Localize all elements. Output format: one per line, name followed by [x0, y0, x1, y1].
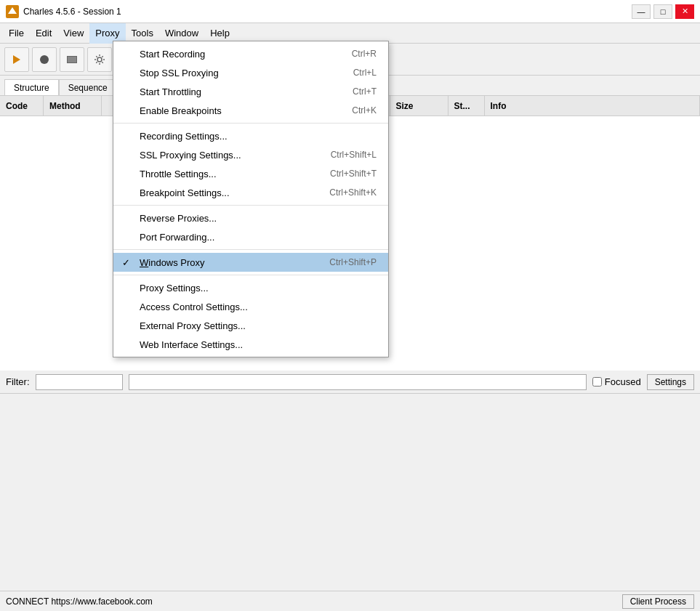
- client-process-button[interactable]: Client Process: [622, 594, 694, 609]
- svg-marker-0: [8, 7, 17, 14]
- title-text: Charles 4.5.6 - Session 1: [23, 7, 632, 17]
- menu-external-proxy-settings[interactable]: External Proxy Settings...: [113, 316, 388, 335]
- menu-edit[interactable]: Edit: [30, 23, 57, 44]
- menu-start-recording-label: Start Recording: [140, 49, 205, 60]
- column-header-info: Info: [485, 96, 701, 116]
- separator-1: [113, 123, 388, 124]
- status-bar: CONNECT https://www.facebook.com Client …: [0, 591, 700, 611]
- menu-reverse-proxies[interactable]: Reverse Proxies...: [113, 209, 388, 227]
- menu-port-forwarding[interactable]: Port Forwarding...: [113, 227, 388, 246]
- menu-recording-settings[interactable]: Recording Settings...: [113, 126, 388, 145]
- menu-throttle-settings-label: Throttle Settings...: [140, 169, 217, 179]
- menu-ssl-proxying-shortcut: Ctrl+Shift+L: [331, 150, 377, 160]
- status-bar-right: Client Process: [622, 594, 694, 609]
- menu-access-control-label: Access Control Settings...: [140, 302, 248, 312]
- status-text: CONNECT https://www.facebook.com: [6, 596, 153, 607]
- app-icon: [6, 5, 19, 18]
- menu-throttle-settings-shortcut: Ctrl+Shift+T: [330, 169, 377, 179]
- menu-external-proxy-label: External Proxy Settings...: [140, 320, 246, 331]
- separator-3: [113, 249, 388, 250]
- menu-port-forwarding-label: Port Forwarding...: [140, 232, 214, 243]
- filter-settings-button[interactable]: Settings: [647, 374, 694, 390]
- column-header-size: Size: [390, 96, 448, 116]
- menu-windows-proxy-shortcut: Ctrl+Shift+P: [329, 257, 377, 267]
- menu-stop-ssl-proxying[interactable]: Stop SSL Proxying Ctrl+L: [113, 63, 388, 82]
- minimize-button[interactable]: —: [632, 4, 651, 19]
- focused-checkbox[interactable]: [592, 377, 602, 387]
- filter-label: Filter:: [6, 376, 30, 387]
- menu-start-recording[interactable]: Start Recording Ctrl+R: [113, 44, 388, 63]
- check-icon: ✓: [122, 257, 130, 268]
- settings-toolbar-button[interactable]: [87, 47, 112, 72]
- menu-breakpoint-settings-shortcut: Ctrl+Shift+K: [329, 187, 377, 198]
- record-button[interactable]: [4, 47, 29, 72]
- column-header-status: St...: [448, 96, 485, 116]
- menu-enable-breakpoints[interactable]: Enable Breakpoints Ctrl+K: [113, 101, 388, 120]
- menu-enable-breakpoints-label: Enable Breakpoints: [140, 105, 222, 116]
- menu-web-interface-label: Web Interface Settings...: [140, 339, 243, 350]
- filter-wide-input[interactable]: [129, 374, 587, 390]
- menu-windows-proxy[interactable]: ✓ Windows Proxy Ctrl+Shift+P: [113, 253, 388, 272]
- image-button[interactable]: [60, 47, 84, 72]
- menu-access-control-settings[interactable]: Access Control Settings...: [113, 297, 388, 316]
- tab-structure[interactable]: Structure: [4, 79, 59, 95]
- menu-breakpoint-settings-label: Breakpoint Settings...: [140, 187, 230, 198]
- menu-start-recording-shortcut: Ctrl+R: [352, 49, 377, 59]
- stop-button[interactable]: [32, 47, 57, 72]
- menu-windows-proxy-label: Windows Proxy: [140, 257, 205, 268]
- menu-throttle-settings[interactable]: Throttle Settings... Ctrl+Shift+T: [113, 164, 388, 183]
- menu-start-throttling-shortcut: Ctrl+T: [353, 86, 377, 97]
- menu-ssl-proxying-settings-label: SSL Proxying Settings...: [140, 150, 241, 161]
- menu-breakpoint-settings[interactable]: Breakpoint Settings... Ctrl+Shift+K: [113, 183, 388, 202]
- menu-start-throttling-label: Start Throttling: [140, 86, 201, 97]
- window-controls: — □ ✕: [632, 4, 694, 19]
- menu-start-throttling[interactable]: Start Throttling Ctrl+T: [113, 82, 388, 101]
- focused-checkbox-group: Focused: [592, 376, 641, 387]
- menu-file[interactable]: File: [3, 23, 30, 44]
- title-bar: Charles 4.5.6 - Session 1 — □ ✕: [0, 0, 700, 23]
- column-header-code: Code: [0, 96, 44, 116]
- menu-recording-settings-label: Recording Settings...: [140, 131, 228, 142]
- tab-sequence[interactable]: Sequence: [59, 79, 117, 95]
- menu-view[interactable]: View: [57, 23, 89, 44]
- separator-4: [113, 275, 388, 275]
- menu-enable-breakpoints-shortcut: Ctrl+K: [352, 105, 377, 116]
- close-button[interactable]: ✕: [675, 4, 694, 19]
- svg-point-1: [97, 57, 102, 62]
- filter-bar: Filter: Focused Settings: [0, 371, 700, 394]
- filter-input[interactable]: [36, 374, 123, 390]
- menu-proxy-settings-label: Proxy Settings...: [140, 283, 209, 294]
- menu-web-interface-settings[interactable]: Web Interface Settings...: [113, 335, 388, 354]
- menu-stop-ssl-shortcut: Ctrl+L: [353, 68, 377, 78]
- maximize-button[interactable]: □: [653, 4, 672, 19]
- separator-2: [113, 205, 388, 206]
- focused-label: Focused: [605, 376, 641, 387]
- proxy-dropdown-menu: Start Recording Ctrl+R Stop SSL Proxying…: [113, 41, 389, 357]
- menu-proxy-settings[interactable]: Proxy Settings...: [113, 278, 388, 297]
- menu-stop-ssl-label: Stop SSL Proxying: [140, 68, 219, 78]
- column-header-method: Method: [44, 96, 102, 116]
- menu-reverse-proxies-label: Reverse Proxies...: [140, 213, 217, 224]
- menu-ssl-proxying-settings[interactable]: SSL Proxying Settings... Ctrl+Shift+L: [113, 145, 388, 164]
